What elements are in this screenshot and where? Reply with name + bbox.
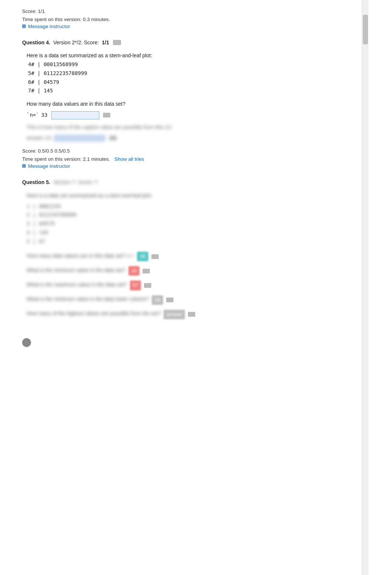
q5-content: Here is a data set summarized as a stem-… — [27, 191, 347, 320]
q5-q2-row: What is the minimum value in the data se… — [27, 266, 347, 276]
q5-q1-text: How many data values are in this data se… — [27, 251, 134, 261]
q4-stem4: 7# | 145 — [28, 86, 347, 95]
q4-n-line: `n=` 33 — [27, 111, 347, 120]
q5-stem4: 4 | 145 — [27, 228, 347, 237]
q5-intro: Here is a data set summarized as a stem-… — [27, 191, 347, 200]
bottom-icon — [22, 338, 31, 347]
q4-n-answer: 33 — [41, 111, 48, 120]
q4-header: Question 4. Version 2*/2. Score: 1/1 — [22, 40, 347, 45]
question-4-section: Question 4. Version 2*/2. Score: 1/1 Her… — [22, 40, 347, 169]
q5-q4-score — [166, 297, 173, 302]
q5-version-blurred: Version */. Score: /* — [53, 179, 98, 185]
q4-time-line: Time spent on this version: 2.1 minutes.… — [22, 155, 347, 163]
scrollbar[interactable] — [362, 0, 368, 575]
q5-q2-score — [142, 269, 150, 273]
q4-message-instructor-link[interactable]: Message instructor — [22, 163, 70, 169]
q4-blurred-q1: This is how many of the caption value ar… — [27, 123, 347, 132]
q5-q5-text: How many of the highest values are possi… — [27, 309, 161, 318]
q5-q3-score — [144, 283, 151, 288]
q5-stem3: 3 | 04579 — [27, 220, 347, 228]
q4-question1: How many data values are in this data se… — [27, 100, 347, 109]
q4-stem3: 6# | 04579 — [28, 78, 347, 87]
page-container: Score: 1/1 Time spent on this version: 0… — [0, 0, 392, 575]
q5-header: Question 5. Version */. Score: /* — [22, 179, 347, 185]
q3-footer-section: Score: 1/1 Time spent on this version: 0… — [22, 7, 347, 29]
q4-intro: Here is a data set summarized as a stem-… — [27, 51, 347, 60]
q4-blurred-section: This is how many of the caption value ar… — [27, 123, 347, 143]
q3-message-instructor-link[interactable]: Message instructor — [22, 24, 70, 29]
q4-blurred-score-icon — [109, 136, 117, 140]
q3-score: Score: 1/1 — [22, 7, 347, 16]
q5-q5-score — [188, 312, 195, 317]
q5-stem5: 5 | 67 — [27, 237, 347, 246]
q5-q2-text: What is the minimum value in the data se… — [27, 266, 125, 275]
scrollbar-thumb[interactable] — [363, 15, 368, 44]
bottom-section — [22, 331, 347, 348]
q5-stem2: 2 | 012234789999 — [27, 211, 347, 220]
q5-stem1: 1 | 0001234 — [27, 202, 347, 211]
q4-score-box — [113, 40, 121, 45]
q4-n-score-icon — [103, 113, 110, 118]
q3-time: Time spent on this version: 0.3 minutes. — [22, 16, 347, 24]
show-all-tries-link[interactable]: Show all tries — [114, 156, 144, 162]
q5-q3-row: What is the maximum value in the data se… — [27, 280, 347, 291]
q5-q1-row: How many data values are in this data se… — [27, 251, 347, 262]
q5-q5-row: How many of the highest values are possi… — [27, 309, 347, 320]
q5-label: Question 5. — [22, 179, 50, 185]
q4-n-input[interactable] — [51, 111, 99, 119]
q4-blurred-answer-label: answer 1/1 — [27, 133, 52, 143]
q4-time-text: Time spent on this version: 2.1 minutes. — [22, 156, 110, 162]
q4-stem1: 4# | 00013568999 — [28, 60, 347, 69]
q5-q5-answer: answer — [164, 310, 185, 319]
main-content: Score: 1/1 Time spent on this version: 0… — [0, 0, 362, 575]
question-5-section: Question 5. Version */. Score: /* Here i… — [22, 179, 347, 320]
q4-blurred-answer-input — [54, 135, 106, 142]
q5-q2-answer: 10 — [128, 266, 140, 276]
q4-label: Question 4. — [22, 40, 50, 45]
q4-score-bold: 1/1 — [102, 40, 109, 45]
q4-content: Here is a data set summarized as a stem-… — [27, 51, 347, 143]
q5-q1-score — [151, 254, 159, 259]
q4-blurred-answer-row: answer 1/1 — [27, 133, 347, 143]
q5-q4-answer: 28 — [152, 295, 163, 305]
q4-version: Version 2*/2. Score: — [53, 40, 99, 45]
q5-q1-answer: 36 — [137, 252, 148, 261]
q5-q3-answer: 57 — [130, 280, 141, 290]
q4-score-line: Score: 0.5/0.5 0.5/0.5 — [22, 147, 347, 155]
q5-q4-row: What is the minimum value in the data lo… — [27, 295, 347, 305]
q4-n-label: `n=` — [27, 111, 39, 120]
q5-q3-text: What is the maximum value in the data se… — [27, 280, 127, 289]
q4-stem2: 5# | 01122235788999 — [28, 69, 347, 78]
q5-q4-text: What is the minimum value in the data lo… — [27, 295, 149, 304]
